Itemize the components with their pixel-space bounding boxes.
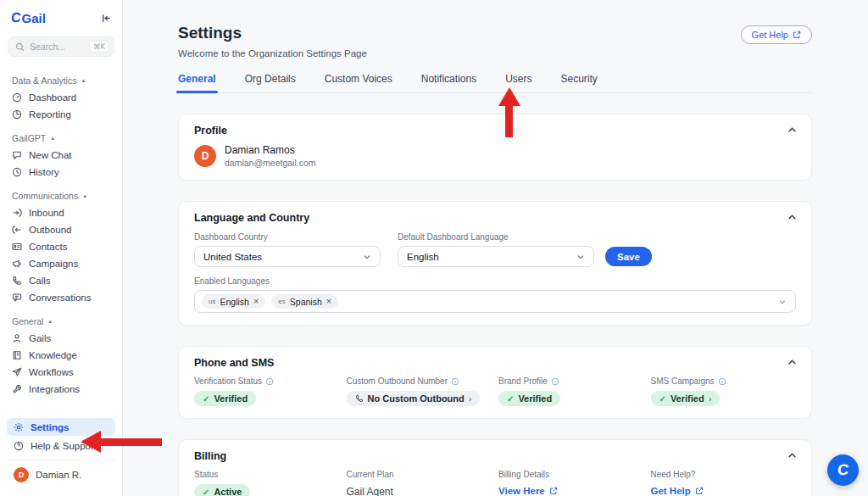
sidebar-user[interactable]: D Damian R. — [7, 460, 115, 491]
tab-org-details[interactable]: Org Details — [245, 73, 296, 92]
field-label-text: SMS Campaigns — [651, 376, 715, 386]
tab-security[interactable]: Security — [561, 73, 598, 92]
gail-chat-widget-button[interactable]: C — [827, 454, 859, 486]
search-icon — [15, 42, 25, 52]
info-icon[interactable] — [451, 377, 459, 386]
brand-profile-badge: ✓ Verified — [498, 391, 560, 406]
integrations-icon — [12, 384, 22, 394]
info-icon[interactable] — [551, 377, 559, 386]
section-label: GailGPT — [12, 133, 46, 143]
field-label: Billing Details — [498, 470, 644, 479]
section-header-data-analytics[interactable]: Data & Analytics ▲ — [0, 72, 122, 89]
gails-icon — [12, 333, 22, 343]
billing-status-badge: ✓ Active — [194, 484, 250, 496]
language-chip-spanish: es Spanish × — [271, 294, 338, 309]
collapse-chevron-up-icon[interactable] — [787, 450, 798, 461]
collapse-chevron-up-icon[interactable] — [787, 357, 798, 368]
phone-sms-grid: Verification Status ✓ Verified Custom Ou… — [194, 376, 796, 406]
tab-notifications[interactable]: Notifications — [421, 73, 476, 92]
current-plan-field: Current Plan Gail Agent — [347, 470, 492, 496]
sidebar-collapse-icon[interactable] — [101, 13, 112, 24]
profile-user-text: Damian Ramos damian@meetgail.com — [225, 144, 316, 168]
sidebar-item-label: Knowledge — [29, 350, 77, 360]
sidebar-item-outbound[interactable]: Outbound — [0, 221, 122, 238]
custom-outbound-badge[interactable]: No Custom Outbound › — [347, 391, 481, 406]
remove-chip-icon[interactable]: × — [253, 297, 259, 306]
sidebar-item-label: Inbound — [29, 208, 64, 218]
sidebar-item-label: Contacts — [29, 242, 67, 252]
nav-section-communications: Communications ▲ Inbound Outbound Contac… — [0, 187, 122, 306]
sidebar-item-knowledge[interactable]: Knowledge — [0, 347, 122, 364]
sidebar-item-new-chat[interactable]: New Chat — [0, 147, 122, 164]
reporting-icon — [12, 109, 22, 120]
dashboard-country-select[interactable]: United States — [194, 246, 381, 267]
phone-icon — [355, 394, 364, 403]
card-title: Billing — [194, 450, 796, 462]
history-icon — [12, 167, 22, 177]
section-header-general[interactable]: General ▲ — [0, 313, 122, 330]
sidebar-item-label: Reporting — [29, 109, 71, 120]
sidebar-item-contacts[interactable]: Contacts — [0, 238, 122, 255]
collapse-chevron-up-icon[interactable] — [787, 212, 798, 223]
save-button[interactable]: Save — [605, 247, 652, 266]
sidebar-item-gails[interactable]: Gails — [0, 330, 122, 347]
badge-label: Verified — [670, 393, 704, 404]
verification-status-badge: ✓ Verified — [194, 391, 256, 406]
field-label: SMS Campaigns — [651, 376, 797, 386]
sidebar-header: C Gail — [0, 0, 122, 25]
section-header-communications[interactable]: Communications ▲ — [0, 187, 122, 204]
sidebar-item-workflows[interactable]: Workflows — [0, 364, 122, 381]
field-label-text: Custom Outbound Number — [347, 376, 448, 386]
field-label: Dashboard Country — [194, 232, 381, 242]
select-value: United States — [203, 252, 262, 262]
view-here-link[interactable]: View Here — [498, 486, 558, 496]
sidebar-item-integrations[interactable]: Integrations — [0, 381, 122, 398]
get-help-button[interactable]: Get Help — [741, 25, 812, 44]
inbound-icon — [12, 208, 22, 218]
sidebar-item-dashboard[interactable]: Dashboard — [0, 89, 122, 106]
info-icon[interactable] — [265, 377, 274, 386]
outbound-icon — [12, 225, 22, 235]
check-icon: ✓ — [507, 394, 514, 404]
info-icon[interactable] — [718, 377, 726, 386]
collapse-chevron-up-icon[interactable] — [787, 125, 798, 136]
sidebar-item-reporting[interactable]: Reporting — [0, 106, 122, 123]
enabled-languages-multiselect[interactable]: us English × es Spanish × — [194, 290, 796, 313]
get-help-link[interactable]: Get Help — [651, 486, 704, 496]
field-label: Status — [194, 470, 340, 479]
section-header-gailgpt[interactable]: GailGPT ▲ — [0, 130, 122, 147]
sidebar-item-campaigns[interactable]: Campaigns — [0, 255, 122, 272]
badge-label: Verified — [214, 393, 248, 404]
collapse-caret-icon: ▲ — [82, 193, 87, 198]
sidebar-item-conversations[interactable]: Conversations — [0, 289, 122, 306]
billing-status-field: Status ✓ Active — [194, 470, 340, 496]
section-label: Data & Analytics — [12, 75, 76, 86]
sms-campaigns-field: SMS Campaigns ✓ Verified › — [651, 376, 797, 406]
tab-general[interactable]: General — [178, 73, 216, 92]
nav-section-general: General ▲ Gails Knowledge Workflows — [0, 313, 122, 398]
phone-sms-card: Phone and SMS Verification Status ✓ Veri… — [178, 346, 812, 419]
default-language-select[interactable]: English — [398, 246, 594, 267]
sidebar-item-inbound[interactable]: Inbound — [0, 204, 122, 221]
remove-chip-icon[interactable]: × — [326, 297, 331, 306]
gail-logo-text: Gail — [22, 11, 46, 25]
main-content: Settings Welcome to the Organization Set… — [123, 0, 868, 496]
annotation-arrow-settings-shaft — [100, 438, 162, 446]
sidebar-search[interactable]: ⌘K — [8, 36, 114, 57]
tab-custom-voices[interactable]: Custom Voices — [325, 73, 392, 92]
gail-logo[interactable]: C Gail — [11, 10, 46, 25]
search-input[interactable] — [30, 42, 82, 52]
nav-section-gailgpt: GailGPT ▲ New Chat History — [0, 130, 122, 181]
sidebar-item-calls[interactable]: Calls — [0, 272, 122, 289]
sidebar-item-history[interactable]: History — [0, 164, 122, 181]
default-language-field: Default Dashboard Language English — [398, 232, 594, 267]
workflows-icon — [12, 367, 22, 377]
field-label: Need Help? — [651, 470, 797, 479]
field-label-text: Status — [194, 470, 218, 479]
collapse-caret-icon: ▲ — [50, 136, 55, 141]
enabled-languages-label: Enabled Languages — [194, 276, 796, 286]
settings-tabs: General Org Details Custom Voices Notifi… — [178, 73, 812, 93]
sidebar-item-label: Dashboard — [29, 92, 76, 103]
sms-campaigns-badge[interactable]: ✓ Verified › — [651, 391, 721, 406]
section-label: General — [12, 316, 43, 326]
